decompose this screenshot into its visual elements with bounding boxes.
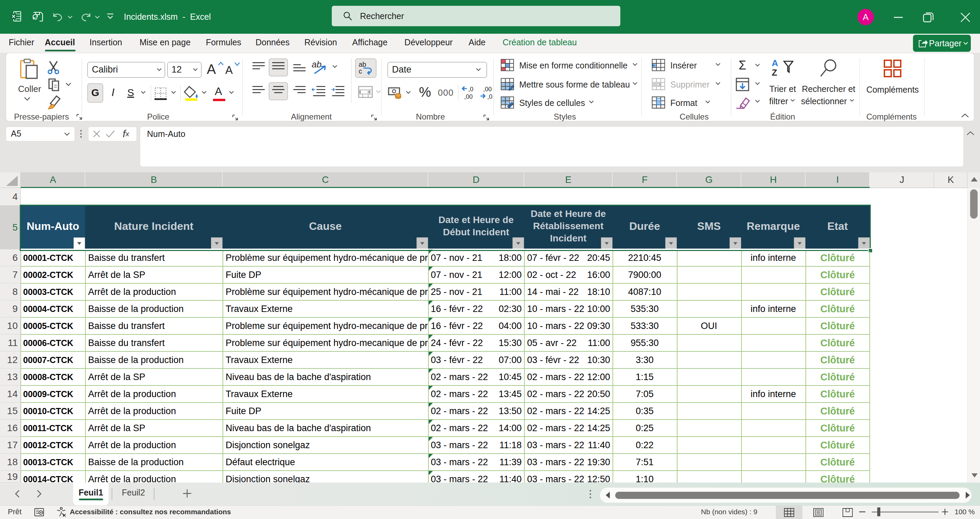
svg-text:c: c	[359, 67, 362, 75]
svg-text:A: A	[772, 59, 778, 68]
svg-text:,0: ,0	[487, 93, 492, 100]
svg-text:Z: Z	[772, 67, 777, 76]
svg-text:,0: ,0	[468, 86, 473, 93]
svg-text:ab: ab	[359, 61, 366, 68]
svg-text:ab: ab	[312, 59, 321, 69]
svg-text:,00: ,00	[483, 86, 492, 93]
svg-text:,00: ,00	[464, 93, 473, 100]
